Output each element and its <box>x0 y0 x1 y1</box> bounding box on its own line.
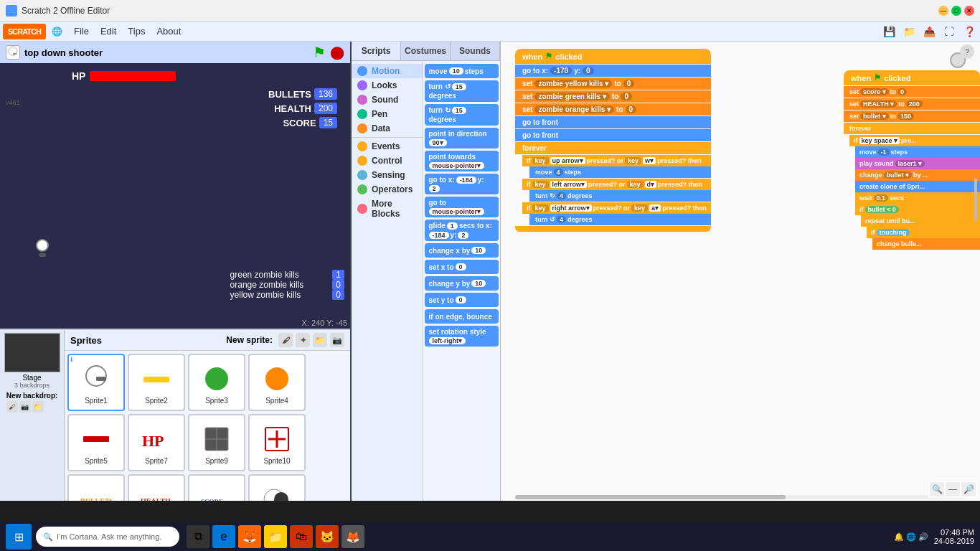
sprite8-thumb: HEALTH <box>138 481 174 501</box>
block-rotation-style[interactable]: set rotation style left-right▾ <box>425 326 499 347</box>
hp-bar <box>90 71 176 81</box>
titlebar: Scratch 2 Offline Editor — □ ✕ <box>0 0 980 22</box>
category-events[interactable]: Events <box>352 139 423 154</box>
sprite-item-sprite9[interactable]: Sprite9 <box>188 414 245 471</box>
category-pen[interactable]: Pen <box>352 107 423 121</box>
maximize-button[interactable]: □ <box>951 6 961 16</box>
stage-sprite-thumb <box>6 45 20 60</box>
paint-backdrop-button[interactable]: 🖌 <box>6 401 18 413</box>
tab-scripts[interactable]: Scripts <box>352 42 401 60</box>
export-icon[interactable]: 📤 <box>921 24 937 39</box>
data-dot <box>357 123 367 133</box>
sprite-item-sprite1[interactable]: ℹ Sprite1 <box>67 354 125 411</box>
start-button[interactable]: ⊞ <box>6 524 32 550</box>
category-motion[interactable]: Motion <box>352 64 423 78</box>
stop-button[interactable]: ⬤ <box>330 44 344 60</box>
task-view-button[interactable]: ⧉ <box>187 525 209 548</box>
photo-sprite-button[interactable]: 📷 <box>330 333 344 347</box>
new-sprite-label: New sprite: <box>226 335 273 345</box>
category-looks[interactable]: Looks <box>352 78 423 93</box>
folder-button[interactable]: 📁 <box>264 525 287 548</box>
tab-sounds[interactable]: Sounds <box>451 42 500 60</box>
block-turn-right[interactable]: turn ↻ 15 degrees <box>425 104 499 126</box>
cortana-search[interactable]: 🔍 I'm Cortana. Ask me anything. <box>36 527 179 547</box>
category-operators[interactable]: Operators <box>352 182 423 197</box>
category-sensing[interactable]: Sensing <box>352 168 423 182</box>
category-control[interactable]: Control <box>352 154 423 168</box>
block-goto-mousepointer[interactable]: go to mouse-pointer▾ <box>425 197 499 217</box>
sprite-item-sprite4[interactable]: Sprite4 <box>248 354 306 411</box>
category-more-blocks[interactable]: More Blocks <box>352 197 423 221</box>
zoom-in-button[interactable]: 🔍 <box>930 482 944 496</box>
help-icon[interactable]: ❓ <box>961 24 977 39</box>
stage-label: Stage <box>22 374 41 382</box>
block-move-steps[interactable]: move 10 steps <box>425 64 499 78</box>
backdrop-count: 3 backdrops <box>14 382 50 389</box>
green-flag-button[interactable]: ⚑ <box>313 44 326 61</box>
block-point-direction[interactable]: point in direction 90▾ <box>425 128 499 149</box>
block-change-y[interactable]: change y by 10 <box>425 276 499 291</box>
sprites-header: Sprites New sprite: 🖌 ✦ 📁 📷 <box>65 330 350 351</box>
language-button[interactable]: 🌐 <box>52 27 62 37</box>
fullscreen-icon[interactable]: ⛶ <box>941 24 957 39</box>
upload-sprite-button[interactable]: 📁 <box>313 333 327 347</box>
sprite-item-sprite2[interactable]: Sprite2 <box>128 354 185 411</box>
script-canvas[interactable]: when ⚑ clicked go to x: -170 y: 0 set zo… <box>501 42 980 501</box>
tips-menu[interactable]: Tips <box>122 24 151 39</box>
stage-thumbnail[interactable]: Stage 3 backdrops New backdrop: 🖌 📷 📁 <box>0 330 65 501</box>
sprite-item-sprite3[interactable]: Sprite3 <box>188 354 245 411</box>
edge-button[interactable]: e <box>212 525 235 548</box>
sound-label: Sound <box>372 95 398 105</box>
store-button[interactable]: 🛍 <box>290 525 313 548</box>
tab-costumes[interactable]: Costumes <box>401 42 451 60</box>
minimize-button[interactable]: — <box>938 6 948 16</box>
block-forever: forever <box>515 142 711 154</box>
edit-menu[interactable]: Edit <box>95 24 122 39</box>
block-if-on-edge[interactable]: if on edge, bounce <box>425 309 499 324</box>
category-data[interactable]: Data <box>352 121 423 136</box>
category-sound[interactable]: Sound <box>352 93 423 107</box>
folder-backdrop-button[interactable]: 📁 <box>32 401 44 413</box>
block-goto-xy[interactable]: go to x: -184 y: 2 <box>425 174 499 194</box>
svg-point-2 <box>86 366 106 386</box>
zoom-reset-button[interactable]: — <box>946 482 960 496</box>
horizontal-scrollbar[interactable] <box>515 495 966 499</box>
sound-dot <box>357 95 367 105</box>
block-change-x[interactable]: change x by 10 <box>425 243 499 258</box>
scratch-logo: SCRATCH <box>3 24 46 39</box>
sprite-item-sprite6[interactable]: BULLETS Sprite6 <box>67 474 125 501</box>
scratch-taskbar-button[interactable]: 🐱 <box>316 525 339 548</box>
block-change-bulle: change bulle... <box>872 238 980 250</box>
save-icon[interactable]: 💾 <box>881 24 897 39</box>
help-button[interactable]: ? <box>960 44 974 59</box>
about-menu[interactable]: About <box>151 24 187 39</box>
kills-panel: green zombie kills 1 orange zombie kills… <box>230 270 344 300</box>
sprites-container: Sprites New sprite: 🖌 ✦ 📁 📷 ℹ <box>65 330 350 501</box>
block-turn-left[interactable]: turn ↺ 15 degrees <box>425 80 499 102</box>
svg-rect-7 <box>83 436 109 442</box>
sprite-item-sprite7[interactable]: HP Sprite7 <box>128 414 185 471</box>
extra-app-button[interactable]: 🦊 <box>341 525 364 548</box>
scrollbar-thumb-horiz <box>515 495 786 499</box>
photo-backdrop-button[interactable]: 📷 <box>19 401 31 413</box>
sprite-item-sprite11[interactable]: SCORE Sprite11 <box>188 474 245 501</box>
sprite-item-sprite12[interactable]: Sprite12 <box>248 474 306 501</box>
block-point-towards[interactable]: point towards mouse-pointer▾ <box>425 151 499 171</box>
file-menu[interactable]: File <box>68 24 95 39</box>
zoom-out-button[interactable]: 🔎 <box>961 482 976 496</box>
operators-dot <box>357 184 367 194</box>
sprite-item-sprite5[interactable]: Sprite5 <box>67 414 125 471</box>
close-button[interactable]: ✕ <box>964 6 974 16</box>
block-set-y[interactable]: set y to 0 <box>425 293 499 307</box>
sprite7-thumb: HP <box>138 421 174 457</box>
folder-icon[interactable]: 📁 <box>901 24 917 39</box>
sprites-grid: ℹ Sprite1 Sprite2 <box>65 351 350 501</box>
new-backdrop-label: New backdrop: <box>6 392 58 400</box>
block-glide[interactable]: glide 1 secs to x: -184 y: 2 <box>425 220 499 241</box>
paint-sprite-button[interactable]: 🖌 <box>278 333 293 347</box>
stamp-sprite-button[interactable]: ✦ <box>296 333 310 347</box>
sprite-item-sprite8[interactable]: HEALTH Sprite8 <box>128 474 185 501</box>
block-set-x[interactable]: set x to 0 <box>425 260 499 274</box>
sprite-item-sprite10[interactable]: Sprite10 <box>248 414 306 471</box>
firefox-button[interactable]: 🦊 <box>238 525 261 548</box>
